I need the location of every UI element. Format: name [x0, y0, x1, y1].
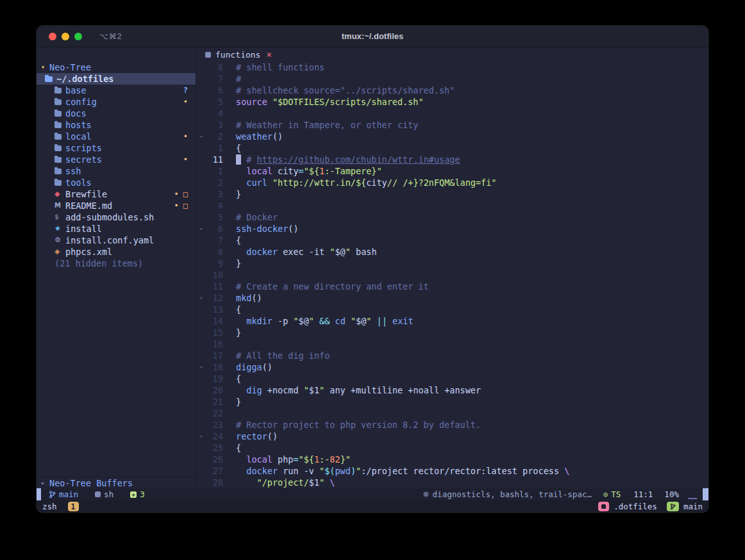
code-line[interactable]: 16	[196, 338, 708, 350]
code-line[interactable]: 8# shell functions	[196, 62, 708, 73]
added-count: 3	[140, 490, 145, 499]
code-line[interactable]: 21}	[196, 396, 708, 408]
code-line[interactable]: 9}	[196, 258, 708, 269]
code-area[interactable]: 8# shell functions7#6# shellcheck source…	[196, 62, 708, 488]
code-line[interactable]: 27 docker run -v "$(pwd)":/project recto…	[196, 465, 708, 477]
sign-column	[223, 304, 236, 315]
tmux-statusbar: zsh 1 .dotfiles main	[37, 500, 708, 513]
tab-close-icon[interactable]: ×	[266, 49, 271, 60]
close-window-button[interactable]	[49, 33, 56, 40]
treesitter-label: TS	[611, 490, 621, 499]
code-line[interactable]: 10	[196, 269, 708, 281]
tree-item-secrets[interactable]: secrets•	[37, 154, 196, 165]
line-number: 4	[206, 108, 223, 119]
git-mark: □	[183, 200, 188, 211]
minimize-window-button[interactable]	[62, 33, 69, 40]
fold-column	[196, 442, 206, 454]
sign-column	[223, 350, 236, 361]
fold-chevron-icon[interactable]: ▾	[196, 361, 206, 373]
code-line[interactable]: 7{	[196, 235, 708, 246]
code-line[interactable]: 28 "/project/$1" \	[196, 477, 708, 488]
tree-item-phpcs-xml[interactable]: ◈phpcs.xml	[37, 246, 196, 258]
code-line[interactable]: ▾2weather()	[196, 131, 708, 142]
code-line[interactable]: 5source "$DOTFILES/scripts/shared.sh"	[196, 96, 708, 108]
tree-item-docs[interactable]: docs	[37, 108, 196, 119]
code-text: curl "http://wttr.in/${city// /+}?2nFQM&…	[236, 177, 496, 188]
git-status-marks: ?	[183, 85, 188, 96]
code-line[interactable]: 1{	[196, 142, 708, 154]
titlebar[interactable]: ⌥⌘2 tmux:~/.dotfiles	[37, 26, 708, 47]
line-number: 4	[206, 200, 223, 211]
tree-item-config[interactable]: config•	[37, 96, 196, 108]
line-number: 7	[206, 235, 223, 246]
code-line[interactable]: ▾12mkd()	[196, 292, 708, 304]
fold-column	[196, 188, 206, 200]
tree-item-add-submodules-sh[interactable]: $add-submodules.sh	[37, 211, 196, 223]
sign-column	[223, 131, 236, 142]
tree-root-label: ~/.dotfiles	[56, 73, 113, 85]
code-line[interactable]: 3}	[196, 188, 708, 200]
code-line[interactable]: 11# Create a new directory and enter it	[196, 281, 708, 292]
code-line[interactable]: 17# All the dig info	[196, 350, 708, 361]
scroll-progress: 10%	[664, 490, 679, 499]
fold-chevron-icon[interactable]: ▾	[196, 223, 206, 235]
sign-column	[223, 419, 236, 431]
code-line[interactable]: 19{	[196, 373, 708, 384]
sign-column	[223, 338, 236, 350]
fold-column	[196, 235, 206, 246]
tree-item-local[interactable]: local•	[37, 131, 196, 142]
sign-column	[223, 235, 236, 246]
zoom-window-button[interactable]	[74, 33, 82, 40]
code-line[interactable]: 1 local city="${1:-Tampere}"	[196, 165, 708, 177]
tmux-window-name: zsh	[42, 502, 57, 511]
tree-item-install-conf-yaml[interactable]: ⚙install.conf.yaml	[37, 235, 196, 246]
sign-column	[223, 396, 236, 408]
code-text: # All the dig info	[236, 350, 330, 361]
code-line[interactable]: 2 curl "http://wttr.in/${city// /+}?2nFQ…	[196, 177, 708, 188]
code-line[interactable]: 15}	[196, 327, 708, 338]
code-line[interactable]: 25{	[196, 442, 708, 454]
tree-item-scripts[interactable]: scripts	[37, 142, 196, 154]
git-mark: ?	[183, 85, 188, 96]
fold-chevron-icon[interactable]: ▾	[196, 431, 206, 442]
tree-item-install[interactable]: ★install	[37, 223, 196, 235]
code-line[interactable]: 22	[196, 408, 708, 419]
fold-column	[196, 384, 206, 396]
code-line[interactable]: 20 dig +nocmd "$1" any +multiline +noall…	[196, 384, 708, 396]
tree-item-brewfile[interactable]: ◆Brewfile•□	[37, 188, 196, 200]
code-text: dig +nocmd "$1" any +multiline +noall +a…	[236, 384, 481, 396]
code-line-current[interactable]: 11 # https://github.com/chubin/wttr.in#u…	[196, 154, 708, 165]
code-line[interactable]: 7#	[196, 73, 708, 85]
neotree-header[interactable]: ▾ Neo-Tree	[37, 62, 196, 73]
code-line[interactable]: 6# shellcheck source="../scripts/shared.…	[196, 85, 708, 96]
tree-item-base[interactable]: base?	[37, 85, 196, 96]
code-text: # Rector project to php version 8.2 by d…	[236, 419, 481, 431]
fold-column	[196, 396, 206, 408]
code-line[interactable]: 26 local php="${1:-82}"	[196, 454, 708, 465]
neotree-buffers-header[interactable]: ▸ Neo-Tree Buffers	[37, 477, 196, 488]
neotree-file-list: base?config•docshostslocal•scriptssecret…	[37, 85, 196, 258]
code-line[interactable]: 8 docker exec -it "$@" bash	[196, 246, 708, 258]
code-line[interactable]: 3# Weather in Tampere, or other city	[196, 119, 708, 131]
code-line[interactable]: 5# Docker	[196, 211, 708, 223]
tree-item-readme-md[interactable]: MREADME.md•□	[37, 200, 196, 211]
tree-item-hosts[interactable]: hosts	[37, 119, 196, 131]
tree-item-ssh[interactable]: ssh	[37, 165, 196, 177]
code-line[interactable]: ▾6ssh-docker()	[196, 223, 708, 235]
code-line[interactable]: 4	[196, 200, 708, 211]
code-line[interactable]: 4	[196, 108, 708, 119]
fold-chevron-icon[interactable]: ▾	[196, 131, 206, 142]
tree-item-tools[interactable]: tools	[37, 177, 196, 188]
code-line[interactable]: 13{	[196, 304, 708, 315]
git-mark: •	[183, 96, 188, 108]
tree-root-item[interactable]: ~/.dotfiles	[37, 73, 196, 85]
code-line[interactable]: 23# Rector project to php version 8.2 by…	[196, 419, 708, 431]
tab-functions[interactable]: functions	[215, 50, 260, 60]
traffic-lights	[49, 33, 82, 40]
fold-chevron-icon[interactable]: ▾	[196, 292, 206, 304]
code-line[interactable]: ▾18digga()	[196, 361, 708, 373]
code-line[interactable]: ▾24rector()	[196, 431, 708, 442]
code-line[interactable]: 14 mkdir -p "$@" && cd "$@" || exit	[196, 315, 708, 327]
tmux-window-index-badge[interactable]: 1	[68, 502, 79, 511]
line-number: 16	[206, 338, 223, 350]
